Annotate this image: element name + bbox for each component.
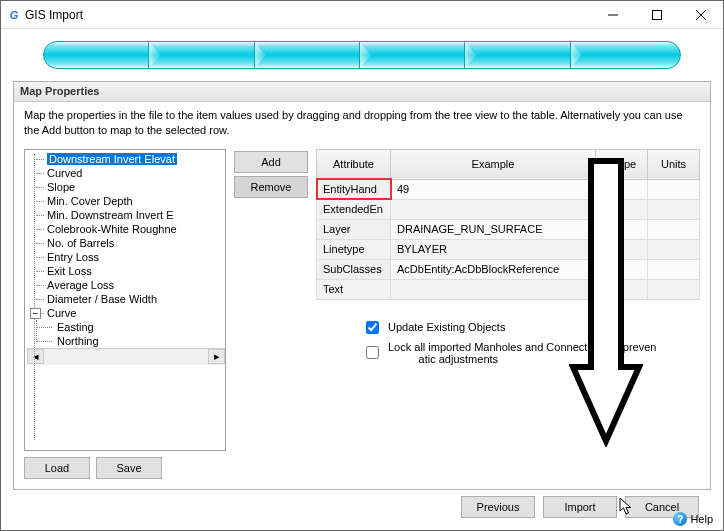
add-button[interactable]: Add <box>234 151 308 173</box>
table-row[interactable]: SubClassesAcDbEntity:AcDbBlockReference <box>317 259 700 279</box>
title-bar: G GIS Import <box>1 1 723 29</box>
tree-item[interactable]: Colebrook-White Roughne <box>27 222 226 236</box>
cell-example[interactable]: 49 <box>391 179 596 199</box>
tree-item[interactable]: Min. Cover Depth <box>27 194 226 208</box>
tree-item-label: Average Loss <box>47 279 114 291</box>
lock-imported-input[interactable] <box>366 346 379 359</box>
tree-item-label: Curved <box>47 167 82 179</box>
previous-button[interactable]: Previous <box>461 496 535 518</box>
tree-scrollbar[interactable]: ◂ ▸ <box>27 348 225 365</box>
cell-attribute[interactable]: Layer <box>317 219 391 239</box>
tree-item[interactable]: Downstream Invert Elevat <box>27 152 226 166</box>
cell-example[interactable]: DRAINAGE_RUN_SURFACE <box>391 219 596 239</box>
tree-item[interactable]: −Curve <box>27 306 226 320</box>
table-row[interactable]: ExtendedEn <box>317 199 700 219</box>
tree-item[interactable]: Average Loss <box>27 278 226 292</box>
tree-item[interactable]: Easting <box>45 320 226 334</box>
tree-item-label: Min. Cover Depth <box>47 195 133 207</box>
tree-item-label: Diameter / Base Width <box>47 293 157 305</box>
tree-item-label: Entry Loss <box>47 251 99 263</box>
wizard-footer: Previous Import Cancel <box>13 490 711 524</box>
tree-item[interactable]: Diameter / Base Width <box>27 292 226 306</box>
lock-imported-checkbox[interactable]: Lock all imported Manholes and Connectio… <box>362 341 700 365</box>
cell-property[interactable] <box>596 239 648 259</box>
tree-item[interactable]: Slope <box>27 180 226 194</box>
svg-rect-1 <box>653 10 662 19</box>
cell-attribute[interactable]: Text <box>317 279 391 299</box>
maximize-button[interactable] <box>635 1 679 29</box>
cell-units[interactable] <box>648 199 700 219</box>
import-button[interactable]: Import <box>543 496 617 518</box>
cell-units[interactable] <box>648 259 700 279</box>
tree-item-label: Northing <box>57 335 99 347</box>
cell-units[interactable] <box>648 179 700 199</box>
table-row[interactable]: EntityHand49 <box>317 179 700 199</box>
update-existing-checkbox[interactable]: Update Existing Objects <box>362 318 700 337</box>
property-tree[interactable]: Downstream Invert ElevatCurvedSlopeMin. … <box>24 149 226 451</box>
table-row[interactable]: LayerDRAINAGE_RUN_SURFACE <box>317 219 700 239</box>
cell-attribute[interactable]: SubClasses <box>317 259 391 279</box>
col-units[interactable]: Units <box>648 149 700 179</box>
cell-property[interactable] <box>596 279 648 299</box>
save-button[interactable]: Save <box>96 457 162 479</box>
cell-property[interactable] <box>596 179 648 199</box>
table-row[interactable]: Text <box>317 279 700 299</box>
cell-property[interactable] <box>596 259 648 279</box>
close-button[interactable] <box>679 1 723 29</box>
group-title: Map Properties <box>14 82 710 102</box>
cell-units[interactable] <box>648 239 700 259</box>
cell-attribute[interactable]: ExtendedEn <box>317 199 391 219</box>
minimize-button[interactable] <box>591 1 635 29</box>
cell-example[interactable] <box>391 279 596 299</box>
cell-example[interactable] <box>391 199 596 219</box>
cell-attribute[interactable]: Linetype <box>317 239 391 259</box>
cell-example[interactable]: BYLAYER <box>391 239 596 259</box>
wizard-progress <box>43 41 681 69</box>
expand-toggle[interactable]: − <box>30 308 41 319</box>
cell-units[interactable] <box>648 279 700 299</box>
lock-imported-label: Lock all imported Manholes and Connectio… <box>388 341 700 365</box>
help-icon: ? <box>673 512 687 526</box>
help-label: Help <box>690 513 713 525</box>
tree-item-label: Slope <box>47 181 75 193</box>
tree-item[interactable]: Curved <box>27 166 226 180</box>
tree-item-label: Colebrook-White Roughne <box>47 223 177 235</box>
tree-item-label: Curve <box>47 307 76 319</box>
cell-example[interactable]: AcDbEntity:AcDbBlockReference <box>391 259 596 279</box>
window-title: GIS Import <box>25 8 591 22</box>
tree-item[interactable]: Exit Loss <box>27 264 226 278</box>
tree-item[interactable]: Entry Loss <box>27 250 226 264</box>
table-row[interactable]: LinetypeBYLAYER <box>317 239 700 259</box>
update-existing-input[interactable] <box>366 321 379 334</box>
map-properties-group: Map Properties Map the properties in the… <box>13 81 711 490</box>
tree-item-label: No. of Barrels <box>47 237 114 249</box>
tree-item-label: Downstream Invert Elevat <box>47 153 177 165</box>
tree-item[interactable]: Min. Downstream Invert E <box>27 208 226 222</box>
load-button[interactable]: Load <box>24 457 90 479</box>
scroll-left-button[interactable]: ◂ <box>27 349 44 364</box>
mapping-table[interactable]: Attribute Example Prope Units EntityHand… <box>316 149 700 300</box>
cell-property[interactable] <box>596 219 648 239</box>
tree-item-label: Easting <box>57 321 94 333</box>
col-example[interactable]: Example <box>391 149 596 179</box>
cell-property[interactable] <box>596 199 648 219</box>
update-existing-label: Update Existing Objects <box>388 321 505 333</box>
description-text: Map the properties in the file to the it… <box>24 108 700 139</box>
tree-item-label: Min. Downstream Invert E <box>47 209 174 221</box>
cell-units[interactable] <box>648 219 700 239</box>
help-link[interactable]: ? Help <box>673 512 713 526</box>
col-property[interactable]: Prope <box>596 149 648 179</box>
scroll-right-button[interactable]: ▸ <box>208 349 225 364</box>
col-attribute[interactable]: Attribute <box>317 149 391 179</box>
app-icon: G <box>7 8 21 22</box>
remove-button[interactable]: Remove <box>234 176 308 198</box>
tree-item[interactable]: Northing <box>45 334 226 348</box>
tree-item-label: Exit Loss <box>47 265 92 277</box>
cell-attribute[interactable]: EntityHand <box>317 179 391 199</box>
tree-item[interactable]: No. of Barrels <box>27 236 226 250</box>
